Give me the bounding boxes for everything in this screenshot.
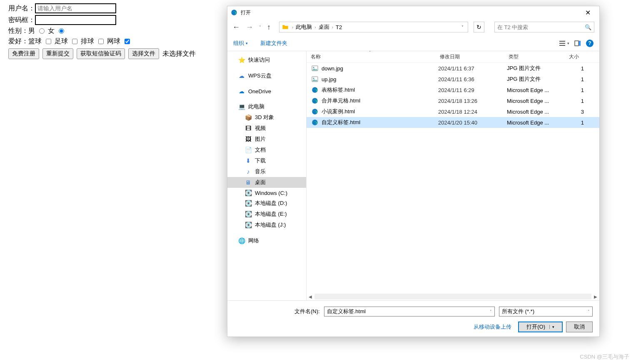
search-box[interactable]: 🔍	[494, 22, 594, 32]
file-row[interactable]: down.jpg2024/1/11 6:37JPG 图片文件1	[307, 63, 599, 74]
horizontal-scrollbar[interactable]: ◀ ▶	[307, 293, 599, 300]
sidebar-network[interactable]: 🌐网络	[227, 235, 306, 246]
sidebar-wps[interactable]: ☁WPS云盘	[227, 70, 306, 81]
column-headers: ˄ 名称 修改日期 类型 大小	[307, 51, 599, 63]
chevron-down-icon[interactable]: ˅	[490, 309, 492, 314]
sidebar-pictures[interactable]: 🖼图片	[227, 134, 306, 145]
file-row[interactable]: up.jpg2024/1/11 6:36JPG 图片文件1	[307, 74, 599, 85]
preview-pane-button[interactable]	[574, 40, 581, 47]
organize-menu[interactable]: 组织▾	[233, 40, 248, 47]
view-mode-button[interactable]: ▾	[559, 40, 569, 47]
desktop-icon: 🖥	[245, 179, 252, 186]
sidebar-downloads[interactable]: ⬇下载	[227, 155, 306, 166]
refresh-button[interactable]: ↻	[474, 22, 484, 32]
filename-input[interactable]: 自定义标签.html ˅	[324, 307, 495, 317]
column-name[interactable]: 名称	[307, 53, 436, 60]
hobby-label: 爱好：	[8, 37, 28, 46]
file-type: JPG 图片文件	[507, 65, 567, 72]
svg-point-7	[313, 67, 314, 68]
new-folder-button[interactable]: 新建文件夹	[260, 40, 287, 47]
address-bar[interactable]: › 此电脑 › 桌面 › T2 ˅	[279, 22, 468, 32]
sidebar-documents[interactable]: 📄文档	[227, 145, 306, 155]
recent-dropdown[interactable]: ˅	[259, 25, 261, 30]
hobby-football-checkbox[interactable]	[72, 39, 77, 44]
sidebar-drive-d[interactable]: 💽本地磁盘 (D:)	[227, 198, 306, 209]
file-date: 2024/1/20 15:40	[438, 120, 507, 126]
file-row[interactable]: 表格标签.html2024/1/11 6:29Microsoft Edge ..…	[307, 85, 599, 95]
sidebar-thispc[interactable]: 💻此电脑	[227, 101, 306, 112]
help-button[interactable]: ?	[586, 40, 594, 47]
forward-button[interactable]: →	[246, 23, 253, 32]
gender-female-radio[interactable]	[59, 28, 64, 34]
image-file-icon	[312, 76, 318, 82]
file-row[interactable]: 小说案例.html2024/1/18 12:24Microsoft Edge .…	[307, 106, 599, 117]
dialog-title: 打开	[241, 9, 251, 16]
svg-rect-2	[559, 43, 565, 44]
hobby-basketball-label: 篮球	[28, 37, 42, 46]
drive-icon: 💽	[245, 200, 252, 207]
edge-file-icon	[312, 119, 318, 126]
gender-male-radio[interactable]	[39, 28, 45, 34]
file-filter-select[interactable]: 所有文件 (*.*) ˅	[499, 307, 593, 317]
register-button[interactable]: 免费注册	[8, 48, 39, 59]
picture-icon: 🖼	[245, 136, 252, 142]
open-dropdown[interactable]: ▾	[549, 325, 554, 329]
file-row[interactable]: 合并单元格.html2024/1/18 13:26Microsoft Edge …	[307, 95, 599, 106]
sidebar-quick-access[interactable]: ⭐快速访问	[227, 55, 306, 65]
breadcrumb-desktop[interactable]: 桌面	[319, 23, 329, 31]
file-date: 2024/1/11 6:36	[438, 76, 507, 82]
address-dropdown[interactable]: ˅	[460, 25, 465, 30]
scroll-left-icon[interactable]: ◀	[307, 294, 314, 299]
up-button[interactable]: ↑	[267, 23, 271, 32]
close-button[interactable]: ✕	[579, 9, 596, 17]
svg-rect-5	[579, 41, 581, 46]
back-button[interactable]: ←	[232, 23, 240, 32]
sidebar-desktop[interactable]: 🖥桌面	[227, 177, 306, 188]
file-date: 2024/1/18 12:24	[438, 109, 507, 115]
column-date[interactable]: 修改日期	[436, 53, 504, 60]
file-size: 3	[567, 109, 584, 115]
reset-button[interactable]: 重新提交	[42, 48, 73, 59]
sidebar-drive-j[interactable]: 💽本地磁盘 (J:)	[227, 219, 306, 230]
svg-rect-3	[559, 45, 565, 46]
edge-file-icon	[312, 87, 318, 93]
password-input[interactable]	[35, 15, 116, 25]
music-icon: ♪	[245, 168, 252, 175]
open-button[interactable]: 打开(O)▾	[518, 322, 563, 332]
column-size[interactable]: 大小	[565, 53, 590, 60]
sidebar-videos[interactable]: 🎞视频	[227, 123, 306, 134]
column-type[interactable]: 类型	[504, 53, 565, 60]
download-icon: ⬇	[245, 157, 252, 164]
hobby-volleyball-label: 排球	[81, 37, 94, 46]
list-icon	[559, 40, 566, 47]
file-date: 2024/1/18 13:26	[438, 98, 507, 104]
sms-button[interactable]: 获取短信验证码	[77, 48, 125, 59]
sidebar-drive-e[interactable]: 💽本地磁盘 (E:)	[227, 209, 306, 219]
scroll-right-icon[interactable]: ▶	[592, 294, 599, 299]
file-list: down.jpg2024/1/11 6:37JPG 图片文件1up.jpg202…	[307, 63, 599, 293]
sidebar-music[interactable]: ♪音乐	[227, 166, 306, 177]
search-input[interactable]	[497, 24, 585, 30]
hobby-football-label: 足球	[55, 37, 68, 46]
sidebar-3d-objects[interactable]: 📦3D 对象	[227, 112, 306, 123]
sidebar-onedrive[interactable]: ☁OneDrive	[227, 86, 306, 96]
file-row[interactable]: 自定义标签.html2024/1/20 15:40Microsoft Edge …	[307, 117, 599, 128]
chevron-down-icon[interactable]: ˅	[588, 309, 590, 314]
upload-from-mobile-link[interactable]: 从移动设备上传	[474, 323, 511, 331]
nav-row: ← → ˅ ↑ › 此电脑 › 桌面 › T2 ˅ ↻ 🔍	[227, 19, 599, 35]
hobby-tennis-checkbox[interactable]	[125, 39, 130, 44]
file-size: 1	[567, 76, 584, 82]
breadcrumb-root[interactable]: 此电脑	[296, 23, 312, 31]
file-size: 1	[567, 65, 584, 72]
cloud-icon: ☁	[238, 72, 245, 79]
scroll-track[interactable]	[314, 294, 591, 299]
search-icon[interactable]: 🔍	[585, 24, 591, 30]
sidebar-drive-c[interactable]: 💽Windows (C:)	[227, 188, 306, 198]
dialog-bottom: 文件名(N): 自定义标签.html ˅ 所有文件 (*.*) ˅ 从移动设备上…	[227, 300, 599, 337]
hobby-basketball-checkbox[interactable]	[46, 39, 51, 44]
breadcrumb-t2[interactable]: T2	[336, 24, 342, 30]
choose-file-button[interactable]: 选择文件	[128, 48, 159, 59]
hobby-volleyball-checkbox[interactable]	[98, 39, 104, 44]
username-input[interactable]	[35, 3, 116, 13]
cancel-button[interactable]: 取消	[566, 322, 593, 332]
